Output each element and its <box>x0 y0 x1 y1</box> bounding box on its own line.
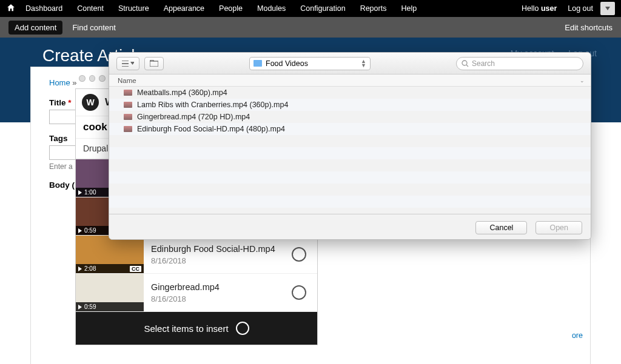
wistia-badge-icon: W <box>82 94 99 111</box>
wistia-footer[interactable]: Select items to insert <box>76 312 317 345</box>
open-button[interactable]: Open <box>535 221 582 234</box>
video-file-icon <box>124 126 132 132</box>
video-thumbnail: 2:08CC <box>76 236 144 273</box>
icon-view-button[interactable] <box>144 57 164 70</box>
file-row-empty <box>109 196 591 208</box>
video-date: 8/16/2018 <box>151 294 284 303</box>
folder-icon <box>253 60 262 67</box>
nav-help[interactable]: Help <box>401 4 417 13</box>
play-icon <box>78 305 82 309</box>
file-row-empty <box>109 159 591 171</box>
nav-appearance[interactable]: Appearance <box>164 4 204 13</box>
play-icon <box>78 228 82 233</box>
file-open-dialog: Food Videos ▲▼ Search Name ⌄ Meatballs.m… <box>109 52 591 240</box>
add-content-button[interactable]: Add content <box>8 21 62 35</box>
logout-link[interactable]: Log out <box>568 4 593 13</box>
find-content-link[interactable]: Find content <box>72 23 116 32</box>
sort-indicator-icon: ⌄ <box>580 78 585 84</box>
search-input[interactable]: Search <box>456 57 583 70</box>
window-traffic-lights <box>75 71 109 85</box>
video-item[interactable]: 0:59 Gingerbread.mp48/16/2018 <box>76 274 317 312</box>
list-view-button[interactable] <box>116 57 139 70</box>
file-row-empty <box>109 171 591 184</box>
play-icon <box>78 266 82 271</box>
file-row[interactable]: Lamb Ribs with Cranberries.mp4 (360p).mp… <box>109 99 591 111</box>
nav-configuration[interactable]: Configuration <box>300 4 345 13</box>
select-radio[interactable] <box>292 247 306 262</box>
traffic-min[interactable] <box>89 75 96 82</box>
video-item[interactable]: 2:08CC Edinburgh Food Social-HD.mp48/16/… <box>76 236 317 274</box>
play-icon <box>78 190 82 195</box>
chevron-updown-icon: ▲▼ <box>361 59 366 68</box>
nav-modules[interactable]: Modules <box>257 4 286 13</box>
file-row[interactable]: Meatballs.mp4 (360p).mp4 <box>109 87 591 99</box>
more-link[interactable]: ore <box>572 331 583 340</box>
video-thumbnail: 0:59 <box>76 274 144 311</box>
file-row[interactable]: Edinburgh Food Social-HD.mp4 (480p).mp4 <box>109 123 591 135</box>
video-title: Gingerbread.mp4 <box>151 282 284 292</box>
breadcrumb-home[interactable]: Home <box>49 78 70 87</box>
add-icon <box>236 322 249 335</box>
edit-shortcuts-link[interactable]: Edit shortcuts <box>565 23 613 32</box>
home-icon[interactable] <box>6 3 17 14</box>
video-file-icon <box>124 102 132 108</box>
search-icon <box>462 60 469 67</box>
nav-dashboard[interactable]: Dashboard <box>25 4 62 13</box>
traffic-max[interactable] <box>99 75 106 82</box>
cancel-button[interactable]: Cancel <box>475 221 527 234</box>
folder-dropdown[interactable]: Food Videos ▲▼ <box>249 57 371 70</box>
shortcut-bar: Add content Find content Edit shortcuts <box>0 17 621 38</box>
cc-badge: CC <box>130 266 141 272</box>
file-list: Meatballs.mp4 (360p).mp4 Lamb Ribs with … <box>109 87 591 214</box>
topbar-dropdown[interactable] <box>600 2 615 15</box>
hello-user: Hello user <box>522 4 557 13</box>
video-date: 8/16/2018 <box>151 256 284 265</box>
admin-topbar: Dashboard Content Structure Appearance P… <box>0 0 621 17</box>
column-header-name[interactable]: Name ⌄ <box>109 74 591 87</box>
nav-people[interactable]: People <box>219 4 243 13</box>
nav-content[interactable]: Content <box>77 4 104 13</box>
traffic-close[interactable] <box>79 75 86 82</box>
svg-rect-0 <box>150 61 158 67</box>
file-row-empty <box>109 147 591 159</box>
nav-structure[interactable]: Structure <box>118 4 149 13</box>
nav-reports[interactable]: Reports <box>360 4 387 13</box>
video-file-icon <box>124 90 132 96</box>
svg-point-1 <box>462 61 467 65</box>
dialog-footer: Cancel Open <box>109 214 591 240</box>
select-radio[interactable] <box>292 285 306 300</box>
dialog-toolbar: Food Videos ▲▼ Search <box>109 53 591 74</box>
video-file-icon <box>124 114 132 120</box>
file-row-empty <box>109 184 591 196</box>
video-title: Edinburgh Food Social-HD.mp4 <box>151 244 284 254</box>
file-row[interactable]: Gingerbread.mp4 (720p HD).mp4 <box>109 111 591 123</box>
file-row-empty <box>109 135 591 147</box>
